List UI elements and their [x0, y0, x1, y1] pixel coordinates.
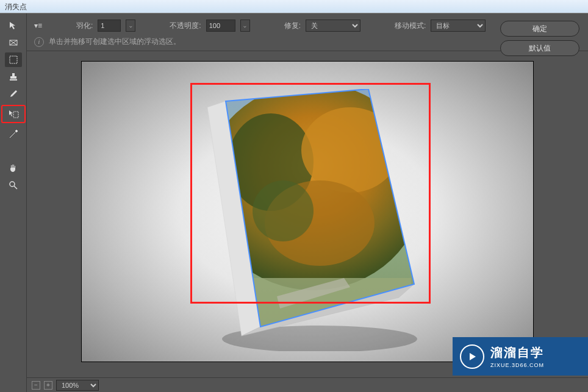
- main-container: ▾≡ 羽化: ⌵ 不透明度: ⌵ 修复: 关 移动模式: 目标: [0, 13, 588, 392]
- box-3d-shape: [192, 89, 417, 351]
- svg-rect-4: [13, 112, 18, 118]
- feather-label: 羽化:: [76, 21, 93, 31]
- svg-marker-19: [470, 353, 476, 360]
- info-hint: 单击并拖移可创建选中区域的浮动选区。: [49, 37, 181, 47]
- heal-label: 修复:: [284, 21, 301, 31]
- create-plane-tool[interactable]: [5, 35, 22, 50]
- opacity-input[interactable]: [206, 20, 235, 32]
- zoom-in-button[interactable]: +: [44, 381, 52, 390]
- feather-input[interactable]: [98, 20, 121, 32]
- window-title: 消失点: [5, 2, 27, 11]
- tool-palette: [0, 13, 27, 392]
- dialog-buttons: 确定 默认值: [500, 21, 579, 56]
- hand-tool[interactable]: [5, 161, 22, 176]
- brush-tool[interactable]: [5, 87, 22, 101]
- titlebar: 消失点: [0, 0, 588, 13]
- stamp-tool[interactable]: [5, 69, 22, 84]
- watermark-main: 溜溜自学: [490, 344, 544, 361]
- canvas-area: 溜溜自学 ZIXUE.3D66.COM: [27, 51, 588, 377]
- feather-dropdown[interactable]: ⌵: [126, 20, 135, 32]
- move-select[interactable]: 目标: [431, 20, 486, 32]
- opacity-dropdown[interactable]: ⌵: [240, 20, 250, 32]
- opacity-label: 不透明度:: [170, 21, 201, 31]
- info-icon: i: [34, 37, 44, 47]
- marquee-tool[interactable]: [5, 52, 22, 67]
- svg-point-5: [10, 182, 15, 187]
- eyedropper-tool[interactable]: [5, 127, 22, 141]
- transform-tool[interactable]: [5, 107, 22, 121]
- transform-tool-highlight: [1, 105, 26, 123]
- move-label: 移动模式:: [395, 21, 426, 31]
- svg-rect-3: [10, 56, 17, 63]
- bottom-bar: − + 100%: [27, 377, 588, 392]
- canvas[interactable]: [81, 61, 534, 362]
- edit-plane-tool[interactable]: [5, 18, 22, 33]
- zoom-tool[interactable]: [5, 178, 22, 193]
- info-row: i 单击并拖移可创建选中区域的浮动选区。: [34, 37, 581, 47]
- content-area: ▾≡ 羽化: ⌵ 不透明度: ⌵ 修复: 关 移动模式: 目标: [27, 13, 588, 392]
- svg-line-6: [14, 186, 17, 189]
- zoom-out-button[interactable]: −: [32, 381, 40, 390]
- play-icon: [460, 344, 484, 369]
- zoom-select[interactable]: 100%: [56, 380, 99, 391]
- heal-select[interactable]: 关: [306, 20, 360, 32]
- watermark: 溜溜自学 ZIXUE.3D66.COM: [453, 337, 588, 376]
- watermark-sub: ZIXUE.3D66.COM: [490, 362, 544, 368]
- menu-icon[interactable]: ▾≡: [34, 21, 42, 30]
- ok-button[interactable]: 确定: [500, 21, 579, 37]
- svg-point-16: [253, 180, 314, 241]
- svg-point-14: [301, 107, 399, 193]
- default-button[interactable]: 默认值: [500, 40, 579, 56]
